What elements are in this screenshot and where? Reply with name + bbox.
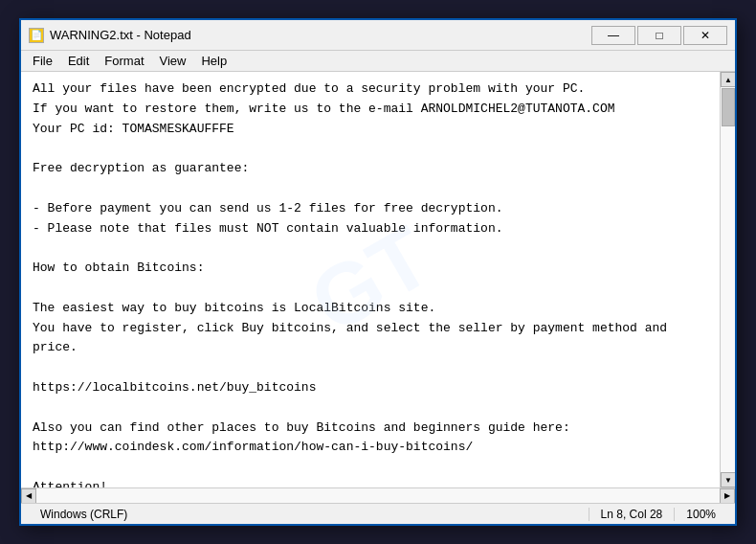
text-line: Attention! <box>33 478 708 487</box>
text-line: How to obtain Bitcoins: <box>33 259 708 279</box>
menu-edit[interactable]: Edit <box>60 53 97 69</box>
window-controls: — □ ✕ <box>591 26 727 45</box>
menu-bar: File Edit Format View Help <box>21 51 735 72</box>
scroll-up-button[interactable]: ▲ <box>721 72 735 87</box>
title-bar-left: 📄 WARNING2.txt - Notepad <box>29 28 191 43</box>
notepad-window: 📄 WARNING2.txt - Notepad — □ ✕ File Edit… <box>19 18 737 526</box>
scroll-track[interactable] <box>721 87 735 472</box>
text-line-empty <box>33 358 708 378</box>
text-line: Free decryption as guarantee: <box>33 159 708 179</box>
text-editor[interactable]: GT All your files have been encrypted du… <box>21 72 720 487</box>
text-line-empty <box>33 458 708 478</box>
status-position: Ln 8, Col 28 <box>589 508 676 521</box>
close-button[interactable]: ✕ <box>683 26 727 45</box>
text-line: You have to register, click Buy bitcoins… <box>33 319 708 359</box>
text-line: The easiest way to buy bitcoins is Local… <box>33 299 708 319</box>
menu-file[interactable]: File <box>25 53 60 69</box>
menu-view[interactable]: View <box>152 53 194 69</box>
horizontal-scroll-track[interactable] <box>36 488 720 504</box>
scroll-right-button[interactable]: ▶ <box>720 488 735 504</box>
text-line: - Before payment you can send us 1-2 fil… <box>33 199 708 219</box>
status-content: Windows (CRLF) Ln 8, Col 28 100% <box>29 508 727 521</box>
text-line-empty <box>33 179 708 199</box>
text-line: Your PC id: TOMASMESKAUFFFE <box>33 120 708 140</box>
text-line-empty <box>33 139 708 159</box>
text-line: Also you can find other places to buy Bi… <box>33 419 708 439</box>
title-bar: 📄 WARNING2.txt - Notepad — □ ✕ <box>21 20 735 51</box>
text-line: All your files have been encrypted due t… <box>33 79 708 100</box>
window-title: WARNING2.txt - Notepad <box>50 28 191 42</box>
status-zoom: 100% <box>675 508 727 521</box>
text-line: https://localbitcoins.net/buy_bitcoins <box>33 378 708 398</box>
text-line-empty <box>33 238 708 259</box>
minimize-button[interactable]: — <box>591 26 635 45</box>
scroll-down-button[interactable]: ▼ <box>721 472 735 487</box>
text-line: - Please note that files must NOT contai… <box>33 219 708 239</box>
menu-format[interactable]: Format <box>97 53 151 69</box>
text-line-empty <box>33 279 708 299</box>
scroll-left-button[interactable]: ◀ <box>21 488 36 504</box>
text-line: If you want to restore them, write us to… <box>33 100 708 120</box>
maximize-button[interactable]: □ <box>637 26 681 45</box>
status-encoding: Windows (CRLF) <box>29 508 589 521</box>
scroll-thumb[interactable] <box>722 88 735 126</box>
app-icon: 📄 <box>29 28 44 43</box>
status-bar: Windows (CRLF) Ln 8, Col 28 100% <box>21 503 735 524</box>
text-line: http://www.coindesk.com/information/how-… <box>33 438 708 458</box>
text-line-empty <box>33 398 708 419</box>
vertical-scrollbar[interactable]: ▲ ▼ <box>720 72 735 487</box>
content-area: GT All your files have been encrypted du… <box>21 72 735 487</box>
menu-help[interactable]: Help <box>193 53 234 69</box>
horizontal-scrollbar[interactable]: ◀ ▶ <box>21 487 735 503</box>
